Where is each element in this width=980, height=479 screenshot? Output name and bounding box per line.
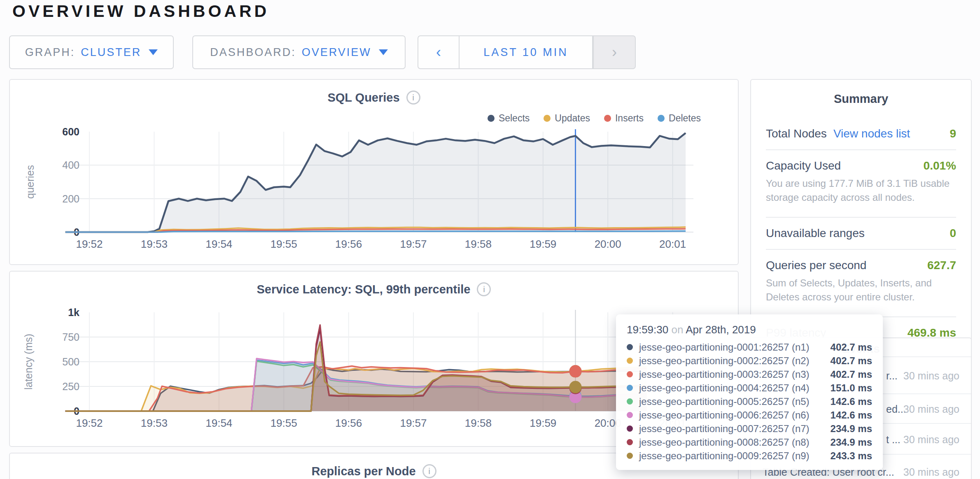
series-dot-icon [627,371,633,377]
tooltip-node-value: 234.9 ms [824,423,872,435]
series-dot-icon [627,453,633,459]
capacity-used-row: Capacity Used 0.01% [766,150,956,175]
svg-text:19:55: 19:55 [271,238,297,250]
series-dot-icon [627,385,633,391]
tooltip-node-name: jesse-geo-partitioning-0004:26257 (n4) [639,382,824,394]
svg-text:19:55: 19:55 [271,417,297,429]
capacity-used-label: Capacity Used [766,159,841,172]
time-range-selector: ‹ LAST 10 MIN › [418,35,636,69]
series-dot-icon [627,344,633,350]
tooltip-node-name: jesse-geo-partitioning-0006:26257 (n6) [639,409,824,421]
tooltip-node-value: 151.0 ms [824,382,872,394]
sql-queries-panel: SQL Queries i SelectsUpdatesInsertsDelet… [9,79,739,265]
event-description: r... [886,370,898,382]
series-dot-icon [627,439,633,445]
svg-text:600: 600 [62,126,79,137]
tooltip-node-name: jesse-geo-partitioning-0008:26257 (n8) [639,437,824,448]
queries-per-second-value: 627.7 [927,259,956,272]
view-nodes-list-link[interactable]: View nodes list [833,127,910,140]
tooltip-header: 19:59:30 on Apr 28th, 2019 [627,323,872,336]
summary-title: Summary [766,92,956,106]
tooltip-row: jesse-geo-partitioning-0004:26257 (n4)15… [627,381,872,395]
svg-text:19:59: 19:59 [530,417,556,429]
event-timestamp: 30 mins ago [898,465,959,479]
svg-text:19:53: 19:53 [141,238,168,250]
unavailable-ranges-row: Unavailable ranges 0 [766,218,956,242]
svg-text:400: 400 [62,159,79,171]
svg-text:19:56: 19:56 [335,238,362,250]
latency-tooltip: 19:59:30 on Apr 28th, 2019 jesse-geo-par… [616,314,883,470]
tooltip-node-value: 142.6 ms [824,409,872,421]
total-nodes-row: Total Nodes View nodes list 9 [766,118,956,143]
tooltip-node-name: jesse-geo-partitioning-0005:26257 (n5) [639,396,824,407]
tooltip-node-value: 402.7 ms [824,369,872,380]
chevron-left-icon: ‹ [436,45,441,60]
unavailable-ranges-value: 0 [950,227,956,240]
dashboard-dropdown[interactable]: DASHBOARD: OVERVIEW [192,35,406,69]
tooltip-row: jesse-geo-partitioning-0001:26257 (n1)40… [627,340,872,354]
event-timestamp: 30 mins ago [898,402,959,416]
graph-dropdown-value: CLUSTER [81,46,141,59]
chevron-down-icon [149,49,158,55]
info-icon[interactable]: i [422,464,436,478]
dashboard-dropdown-label: DASHBOARD: [210,46,296,59]
svg-text:latency (ms): latency (ms) [23,334,34,390]
tooltip-row: jesse-geo-partitioning-0003:26257 (n3)40… [627,367,872,381]
tooltip-node-name: jesse-geo-partitioning-0007:26257 (n7) [639,423,824,435]
svg-text:750: 750 [62,331,79,343]
dashboard-dropdown-value: OVERVIEW [302,46,371,59]
chart-title: Replicas per Node [311,465,415,478]
series-dot-icon [627,412,633,418]
svg-text:19:58: 19:58 [465,238,492,250]
svg-text:19:56: 19:56 [335,417,362,429]
tooltip-row: jesse-geo-partitioning-0008:26257 (n8)23… [627,435,872,449]
tooltip-row: jesse-geo-partitioning-0007:26257 (n7)23… [627,422,872,435]
tooltip-on: on [671,323,683,336]
svg-text:200: 200 [62,193,79,205]
svg-text:1k: 1k [68,307,79,318]
tooltip-row: jesse-geo-partitioning-0006:26257 (n6)14… [627,408,872,422]
queries-per-second-row: Queries per second 627.7 [766,250,956,274]
tooltip-row: jesse-geo-partitioning-0005:26257 (n5)14… [627,395,872,408]
svg-text:queries: queries [24,165,36,199]
svg-text:19:57: 19:57 [400,238,427,250]
graph-dropdown-label: GRAPH: [25,46,75,59]
total-nodes-value: 9 [950,127,956,140]
time-range-prev-button[interactable]: ‹ [418,35,459,69]
event-timestamp: 30 mins ago [898,369,959,383]
tooltip-node-value: 402.7 ms [824,355,872,367]
tooltip-node-value: 234.9 ms [824,437,872,448]
sql-chart-svg[interactable]: 020040060019:5219:5319:5419:5519:5619:57… [10,80,738,264]
series-dot-icon [627,358,633,364]
graph-dropdown[interactable]: GRAPH: CLUSTER [9,35,174,69]
svg-text:19:57: 19:57 [400,417,427,429]
capacity-used-value: 0.01% [924,159,956,172]
time-range-label[interactable]: LAST 10 MIN [459,35,593,69]
tooltip-node-name: jesse-geo-partitioning-0001:26257 (n1) [639,342,824,353]
svg-text:20:01: 20:01 [659,238,686,250]
tooltip-node-value: 142.6 ms [824,396,872,407]
queries-per-second-description: Sum of Selects, Updates, Inserts, and De… [766,274,956,310]
svg-text:19:59: 19:59 [530,238,556,250]
tooltip-node-value: 243.3 ms [824,450,872,462]
svg-text:19:52: 19:52 [76,238,103,250]
series-dot-icon [627,398,633,405]
tooltip-node-name: jesse-geo-partitioning-0003:26257 (n3) [639,369,824,380]
series-dot-icon [627,426,633,432]
svg-text:250: 250 [62,381,79,392]
svg-text:19:58: 19:58 [465,417,492,429]
svg-text:500: 500 [62,356,79,367]
tooltip-node-name: jesse-geo-partitioning-0009:26257 (n9) [639,450,824,462]
tooltip-date: Apr 28th, 2019 [686,323,756,336]
time-range-next-button[interactable]: › [593,35,636,69]
chevron-right-icon: › [612,45,617,60]
chevron-down-icon [379,49,388,55]
svg-text:20:00: 20:00 [595,238,621,250]
tooltip-node-name: jesse-geo-partitioning-0002:26257 (n2) [639,355,824,367]
unavailable-ranges-label: Unavailable ranges [766,227,865,240]
tooltip-row: jesse-geo-partitioning-0009:26257 (n9)24… [627,449,872,463]
total-nodes-label: Total Nodes [766,127,827,140]
overview-dashboard-page: OVERVIEW DASHBOARD GRAPH: CLUSTER DASHBO… [0,0,980,479]
tooltip-time: 19:59:30 [627,323,668,336]
svg-text:19:53: 19:53 [141,417,168,429]
